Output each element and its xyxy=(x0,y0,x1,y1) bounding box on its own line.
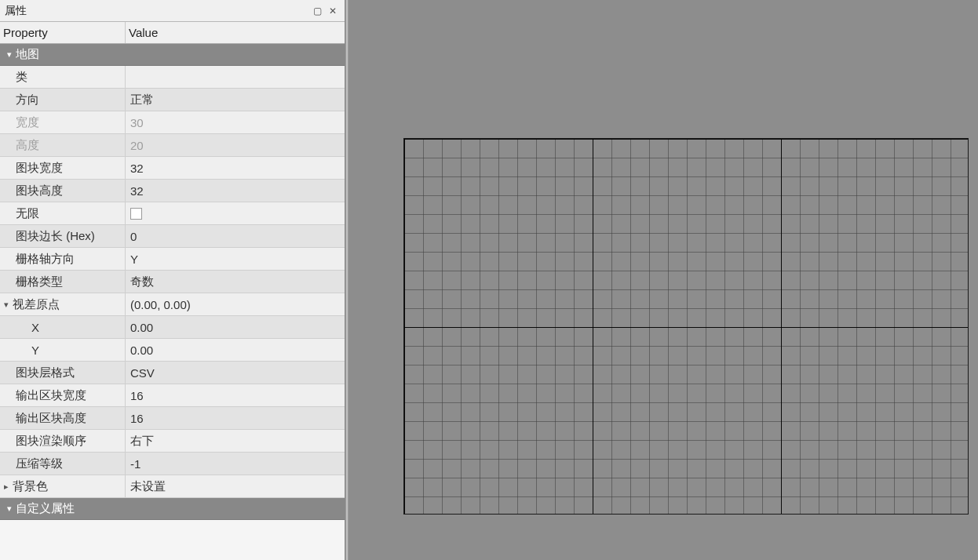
prop-value[interactable]: 未设置 xyxy=(126,475,345,497)
prop-row-orientation[interactable]: 方向 正常 xyxy=(0,89,345,111)
chevron-down-icon: ▾ xyxy=(3,504,16,514)
panel-float-icon[interactable]: ▢ xyxy=(310,4,324,18)
prop-row-class[interactable]: 类 xyxy=(0,66,345,89)
prop-label: 栅格轴方向 xyxy=(16,252,75,267)
prop-label: 图块层格式 xyxy=(16,365,75,380)
prop-label: Y xyxy=(31,344,39,357)
panel-close-icon[interactable]: ✕ xyxy=(326,4,340,18)
prop-value[interactable]: (0.00, 0.00) xyxy=(126,293,345,315)
prop-label: 输出区块宽度 xyxy=(16,388,86,403)
prop-row-infinite[interactable]: 无限 xyxy=(0,202,345,225)
prop-row-stagger-index[interactable]: 栅格类型 奇数 xyxy=(0,271,345,293)
prop-row-render-order[interactable]: 图块渲染顺序 右下 xyxy=(0,430,345,453)
properties-panel: 属性 ▢ ✕ Property Value ▾ 地图 类 方向 正常 宽度 30… xyxy=(0,0,345,560)
prop-row-width: 宽度 30 xyxy=(0,111,345,134)
prop-label: 图块边长 (Hex) xyxy=(16,229,95,244)
col-header-property[interactable]: Property xyxy=(0,22,126,43)
chevron-down-icon: ▾ xyxy=(0,300,13,310)
prop-value[interactable]: 0.00 xyxy=(126,339,345,361)
map-canvas-area[interactable] xyxy=(349,0,978,560)
prop-value[interactable] xyxy=(126,66,345,88)
prop-row-parallax-y[interactable]: Y 0.00 xyxy=(0,339,345,362)
panel-title: 属性 xyxy=(5,4,308,18)
group-map-label: 地图 xyxy=(16,47,39,62)
prop-value[interactable]: Y xyxy=(126,248,345,270)
prop-value[interactable]: 右下 xyxy=(126,430,345,452)
property-column-headers: Property Value xyxy=(0,22,345,44)
prop-value[interactable]: 16 xyxy=(126,384,345,406)
prop-value: 20 xyxy=(126,134,345,156)
prop-value[interactable]: 正常 xyxy=(126,89,345,111)
prop-row-hex-side[interactable]: 图块边长 (Hex) 0 xyxy=(0,225,345,248)
prop-label: 方向 xyxy=(16,93,39,107)
prop-label: 图块宽度 xyxy=(16,161,63,176)
panel-titlebar: 属性 ▢ ✕ xyxy=(0,0,345,22)
prop-label: 高度 xyxy=(16,138,39,153)
prop-value[interactable]: 0.00 xyxy=(126,316,345,338)
prop-value[interactable]: 奇数 xyxy=(126,271,345,293)
prop-row-height: 高度 20 xyxy=(0,134,345,157)
prop-value[interactable]: CSV xyxy=(126,362,345,384)
prop-value[interactable]: -1 xyxy=(126,453,345,475)
group-custom-label: 自定义属性 xyxy=(16,501,75,516)
prop-label: 压缩等级 xyxy=(16,456,63,471)
group-custom-properties[interactable]: ▾ 自定义属性 xyxy=(0,498,345,520)
prop-value[interactable]: 0 xyxy=(126,225,345,247)
prop-value[interactable]: 32 xyxy=(126,157,345,179)
prop-row-compression[interactable]: 压缩等级 -1 xyxy=(0,453,345,475)
property-tree[interactable]: ▾ 地图 类 方向 正常 宽度 30 高度 20 图块宽度 32 图块高度 32 xyxy=(0,44,345,560)
prop-row-chunk-height[interactable]: 输出区块高度 16 xyxy=(0,407,345,430)
prop-row-layer-format[interactable]: 图块层格式 CSV xyxy=(0,362,345,384)
infinite-checkbox[interactable] xyxy=(130,208,142,220)
chevron-down-icon: ▾ xyxy=(3,49,16,60)
group-map[interactable]: ▾ 地图 xyxy=(0,44,345,66)
prop-label: 背景色 xyxy=(13,479,48,494)
prop-label: 视差原点 xyxy=(13,297,60,312)
prop-row-bg-color[interactable]: ▸背景色 未设置 xyxy=(0,475,345,498)
prop-value[interactable]: 16 xyxy=(126,407,345,429)
prop-row-parallax-x[interactable]: X 0.00 xyxy=(0,316,345,339)
prop-value[interactable]: 32 xyxy=(126,180,345,202)
chevron-right-icon: ▸ xyxy=(0,482,13,492)
prop-label: 输出区块高度 xyxy=(16,411,86,426)
prop-row-parallax-origin[interactable]: ▾视差原点 (0.00, 0.00) xyxy=(0,293,345,316)
prop-row-chunk-width[interactable]: 输出区块宽度 16 xyxy=(0,384,345,407)
prop-label: 无限 xyxy=(16,206,39,221)
prop-row-stagger-axis[interactable]: 栅格轴方向 Y xyxy=(0,248,345,271)
prop-row-tile-width[interactable]: 图块宽度 32 xyxy=(0,157,345,180)
prop-value: 30 xyxy=(126,111,345,133)
col-header-value[interactable]: Value xyxy=(126,22,345,43)
prop-label: X xyxy=(31,321,39,334)
prop-label: 宽度 xyxy=(16,115,39,130)
map-grid[interactable] xyxy=(403,138,969,515)
prop-row-tile-height[interactable]: 图块高度 32 xyxy=(0,180,345,202)
prop-label: 类 xyxy=(16,70,27,85)
prop-label: 图块渲染顺序 xyxy=(16,434,86,449)
prop-label: 图块高度 xyxy=(16,184,63,198)
prop-label: 栅格类型 xyxy=(16,275,63,289)
